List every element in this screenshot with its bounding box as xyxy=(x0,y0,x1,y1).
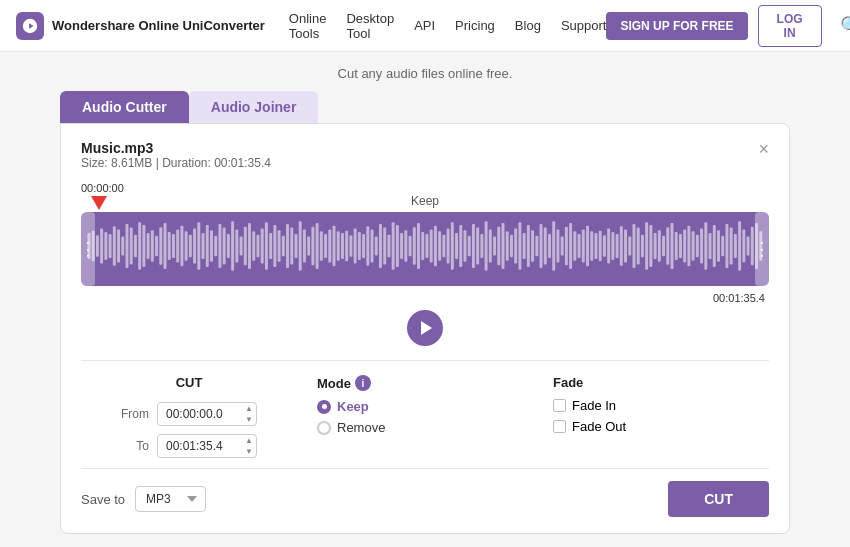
svg-rect-53 xyxy=(311,227,314,266)
handle-right[interactable]: ⋮ xyxy=(755,212,769,286)
login-button[interactable]: LOG IN xyxy=(758,5,822,47)
nav-pricing[interactable]: Pricing xyxy=(455,18,495,33)
nav-desktop-tool[interactable]: Desktop Tool xyxy=(346,11,394,41)
fade-out-option[interactable]: Fade Out xyxy=(553,419,769,434)
mode-keep-option[interactable]: Keep xyxy=(317,399,533,414)
svg-rect-80 xyxy=(425,234,428,258)
svg-rect-70 xyxy=(383,228,386,265)
svg-rect-75 xyxy=(404,230,407,261)
svg-rect-19 xyxy=(168,232,171,260)
svg-marker-160 xyxy=(421,321,432,335)
file-name: Music.mp3 xyxy=(81,140,271,156)
svg-rect-109 xyxy=(548,234,551,258)
svg-rect-66 xyxy=(366,226,369,266)
svg-rect-43 xyxy=(269,233,272,259)
tab-audio-cutter[interactable]: Audio Cutter xyxy=(60,91,189,123)
playhead-marker[interactable] xyxy=(91,196,107,210)
remove-radio[interactable] xyxy=(317,421,331,435)
to-input[interactable] xyxy=(157,434,257,458)
svg-rect-24 xyxy=(189,235,192,257)
subheader: Cut any audio files online free. xyxy=(0,52,850,91)
svg-rect-91 xyxy=(472,224,475,268)
svg-rect-87 xyxy=(455,233,458,259)
from-spin-up[interactable]: ▲ xyxy=(243,404,255,414)
fade-in-option[interactable]: Fade In xyxy=(553,398,769,413)
svg-rect-125 xyxy=(616,234,619,258)
svg-rect-133 xyxy=(649,225,652,267)
to-spin-up[interactable]: ▲ xyxy=(243,436,255,446)
svg-rect-61 xyxy=(345,231,348,262)
svg-rect-50 xyxy=(299,221,302,270)
cut-button[interactable]: CUT xyxy=(668,481,769,517)
file-details: Music.mp3 Size: 8.61MB | Duration: 00:01… xyxy=(81,140,271,178)
svg-rect-8 xyxy=(121,237,124,256)
svg-rect-124 xyxy=(611,232,614,260)
svg-rect-55 xyxy=(320,231,323,261)
svg-rect-136 xyxy=(662,236,665,257)
signup-button[interactable]: SIGN UP FOR FREE xyxy=(606,12,747,40)
navbar: Wondershare Online UniConverter Online T… xyxy=(0,0,850,52)
svg-rect-68 xyxy=(375,237,378,256)
to-spin-down[interactable]: ▼ xyxy=(243,447,255,457)
search-icon[interactable]: 🔍 xyxy=(840,15,850,37)
svg-rect-96 xyxy=(493,237,496,256)
from-spin-down[interactable]: ▼ xyxy=(243,415,255,425)
svg-rect-67 xyxy=(371,229,374,262)
svg-rect-65 xyxy=(362,234,365,258)
svg-rect-104 xyxy=(527,225,530,267)
svg-rect-27 xyxy=(202,233,205,259)
logo-text: Wondershare Online UniConverter xyxy=(52,18,265,33)
fade-out-label: Fade Out xyxy=(572,419,626,434)
svg-rect-71 xyxy=(387,235,390,257)
tabs: Audio Cutter Audio Joiner xyxy=(60,91,790,123)
svg-rect-34 xyxy=(231,221,234,270)
svg-rect-81 xyxy=(430,229,433,262)
svg-rect-98 xyxy=(502,223,505,269)
fade-title: Fade xyxy=(553,375,769,390)
info-icon[interactable]: i xyxy=(355,375,371,391)
fade-in-label: Fade In xyxy=(572,398,616,413)
save-to-label: Save to xyxy=(81,492,125,507)
svg-rect-107 xyxy=(540,224,543,268)
svg-rect-114 xyxy=(569,223,572,269)
svg-rect-150 xyxy=(721,236,724,257)
nav-support[interactable]: Support xyxy=(561,18,607,33)
cut-from-field: From ▲ ▼ xyxy=(121,402,257,426)
svg-rect-103 xyxy=(523,233,526,259)
fade-in-checkbox[interactable] xyxy=(553,399,566,412)
svg-rect-63 xyxy=(354,229,357,264)
svg-rect-38 xyxy=(248,223,251,269)
svg-rect-90 xyxy=(468,236,471,257)
from-input[interactable] xyxy=(157,402,257,426)
mode-remove-option[interactable]: Remove xyxy=(317,420,533,435)
svg-rect-25 xyxy=(193,229,196,264)
fade-out-checkbox[interactable] xyxy=(553,420,566,433)
svg-rect-131 xyxy=(641,235,644,257)
svg-rect-85 xyxy=(447,229,450,264)
svg-rect-128 xyxy=(628,237,631,256)
svg-rect-92 xyxy=(476,228,479,265)
svg-rect-117 xyxy=(582,229,585,262)
nav-online-tools[interactable]: Online Tools xyxy=(289,11,327,41)
svg-rect-110 xyxy=(552,221,555,270)
from-input-wrapper: ▲ ▼ xyxy=(157,402,257,426)
logo[interactable]: Wondershare Online UniConverter xyxy=(16,12,265,40)
svg-rect-22 xyxy=(180,226,183,266)
svg-rect-17 xyxy=(159,227,162,265)
close-button[interactable]: × xyxy=(758,140,769,158)
svg-rect-139 xyxy=(675,232,678,260)
svg-rect-122 xyxy=(603,235,606,257)
svg-rect-23 xyxy=(185,231,188,261)
nav-api[interactable]: API xyxy=(414,18,435,33)
tab-audio-joiner[interactable]: Audio Joiner xyxy=(189,91,319,123)
handle-left[interactable]: ⋮ xyxy=(81,212,95,286)
waveform[interactable]: ⋮ ⋮ xyxy=(81,212,769,286)
nav-blog[interactable]: Blog xyxy=(515,18,541,33)
keep-radio[interactable] xyxy=(317,400,331,414)
cut-title: CUT xyxy=(176,375,203,390)
format-select[interactable]: MP3 WAV OGG AAC FLAC xyxy=(135,486,206,512)
main-content: Audio Cutter Audio Joiner Music.mp3 Size… xyxy=(0,91,850,534)
svg-rect-7 xyxy=(117,229,120,262)
svg-rect-57 xyxy=(328,229,331,262)
play-button[interactable] xyxy=(407,310,443,346)
